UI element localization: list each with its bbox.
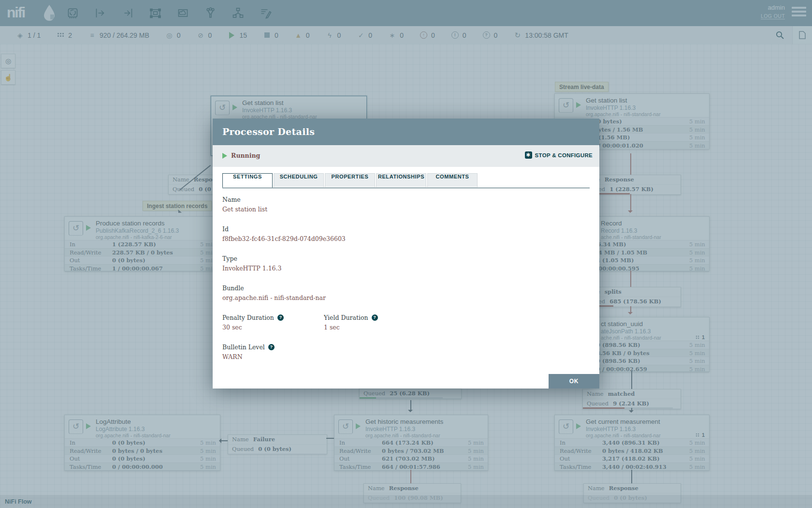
name-label: Name [222, 196, 590, 203]
bulletin-level-value: WARN [222, 353, 590, 360]
field-name: Name Get station list [222, 196, 590, 213]
penalty-duration-label: Penalty Duration? [222, 314, 324, 321]
ok-button[interactable]: OK [549, 374, 599, 388]
field-id: Id f8fbeb32-fc46-31cf-829d-074d09e36603 [222, 225, 590, 242]
type-label: Type [222, 255, 590, 262]
help-icon[interactable]: ? [277, 314, 284, 321]
tab-relationships[interactable]: RELATIONSHIPS [376, 173, 426, 187]
dialog-status-row: Running ∗ STOP & CONFIGURE [213, 145, 599, 167]
run-status-text: Running [231, 152, 260, 159]
dialog-tabs: SETTINGSSCHEDULINGPROPERTIESRELATIONSHIP… [222, 173, 590, 188]
running-icon [222, 153, 227, 159]
yield-duration-label: Yield Duration? [324, 314, 378, 321]
field-bundle: Bundle org.apache.nifi - nifi-standard-n… [222, 284, 590, 301]
help-icon[interactable]: ? [372, 314, 378, 321]
id-label: Id [222, 225, 590, 233]
id-value: f8fbeb32-fc46-31cf-829d-074d09e36603 [222, 235, 590, 242]
yield-duration-value: 1 sec [324, 324, 378, 331]
processor-details-dialog: Processor Details Running ∗ STOP & CONFI… [213, 119, 599, 388]
field-yield-duration: Yield Duration? 1 sec [324, 314, 378, 331]
help-icon[interactable]: ? [268, 344, 275, 350]
field-type: Type InvokeHTTP 1.16.3 [222, 255, 590, 272]
bulletin-level-label: Bulletin Level? [222, 344, 590, 351]
name-value: Get station list [222, 206, 590, 213]
field-penalty-duration: Penalty Duration? 30 sec [222, 314, 324, 331]
field-bulletin-level: Bulletin Level? WARN [222, 344, 590, 360]
tab-comments[interactable]: COMMENTS [427, 173, 478, 187]
tab-settings[interactable]: SETTINGS [222, 173, 273, 188]
gear-icon: ∗ [525, 151, 532, 159]
tab-scheduling[interactable]: SCHEDULING [274, 173, 324, 187]
tab-properties[interactable]: PROPERTIES [325, 173, 375, 187]
dialog-title: Processor Details [213, 119, 599, 145]
stop-and-configure-button[interactable]: ∗ STOP & CONFIGURE [525, 151, 593, 159]
bundle-label: Bundle [222, 284, 590, 292]
type-value: InvokeHTTP 1.16.3 [222, 265, 590, 272]
bundle-value: org.apache.nifi - nifi-standard-nar [222, 294, 590, 301]
penalty-duration-value: 30 sec [222, 324, 324, 331]
